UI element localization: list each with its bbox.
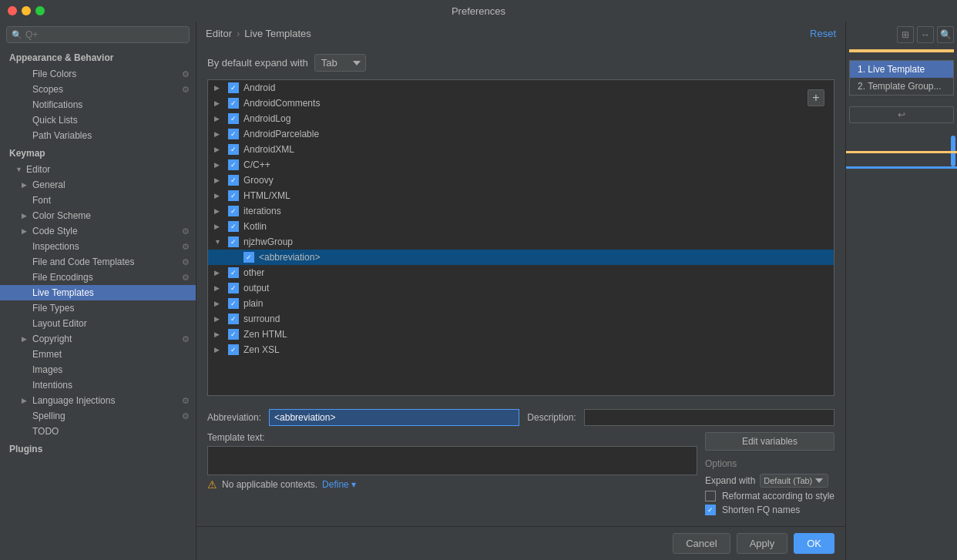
checkbox-androidcomments[interactable]: ✓ [228,98,239,109]
checkbox-output[interactable]: ✓ [228,283,239,293]
sidebar-item-file-code-templates[interactable]: File and Code Templates ⚙ [0,254,196,270]
checkbox-cpp[interactable]: ✓ [228,159,239,170]
shorten-checkbox[interactable]: ✓ [705,505,716,515]
group-cpp[interactable]: ▶ ✓ C/C++ [208,157,834,173]
sidebar-item-quick-lists[interactable]: Quick Lists [0,112,196,128]
main-layout: 🔍 Appearance & Behavior File Colors ⚙ Sc… [0,22,957,560]
sidebar-item-path-variables[interactable]: Path Variables [0,128,196,143]
checkbox-surround[interactable]: ✓ [228,314,239,324]
group-androidcomments[interactable]: ▶ ✓ AndroidComments [208,96,834,111]
highlight-bar-1 [846,151,957,153]
sidebar-label: Language Injections [32,395,115,406]
group-android[interactable]: ▶ ✓ Android [208,80,834,96]
group-zenhtml[interactable]: ▶ ✓ Zen HTML [208,327,834,342]
expand-with-option-label: Expand with [705,475,755,486]
apply-button[interactable]: Apply [737,533,788,554]
checkbox-zenhtml[interactable]: ✓ [228,329,239,340]
group-name: Zen XSL [243,344,280,355]
group-kotlin[interactable]: ▶ ✓ Kotlin [208,219,834,234]
sidebar-item-inspections[interactable]: Inspections ⚙ [0,239,196,254]
sidebar-item-copyright[interactable]: ▶ Copyright ⚙ [0,331,196,347]
shorten-row: ✓ Shorten FQ names [705,505,834,515]
checkbox-htmlxml[interactable]: ✓ [228,190,239,201]
group-androidlog[interactable]: ▶ ✓ AndroidLog [208,111,834,126]
reformat-checkbox[interactable] [705,491,716,501]
checkbox-other[interactable]: ✓ [228,267,239,278]
sidebar-item-live-templates[interactable]: Live Templates [0,285,196,300]
popup-item-template-group[interactable]: 2. Template Group... [850,78,953,95]
sidebar-item-language-injections[interactable]: ▶ Language Injections ⚙ [0,393,196,408]
checkbox-androidlog[interactable]: ✓ [228,113,239,124]
sidebar-item-scopes[interactable]: Scopes ⚙ [0,82,196,97]
group-njzhwgroup[interactable]: ▼ ✓ njzhwGroup [208,234,834,250]
group-plain[interactable]: ▶ ✓ plain [208,296,834,311]
checkbox-groovy[interactable]: ✓ [228,175,239,186]
group-iterations[interactable]: ▶ ✓ iterations [208,203,834,219]
group-name: other [243,267,264,278]
description-input[interactable] [584,409,834,426]
checkbox-njzhwgroup[interactable]: ✓ [228,236,239,247]
sidebar-label: Font [32,195,51,206]
checkbox-androidparcelable[interactable]: ✓ [228,129,239,139]
expand-with-select[interactable]: Tab Enter Space [314,54,366,72]
add-btn-icon[interactable]: + [808,89,824,106]
sidebar-item-file-colors[interactable]: File Colors ⚙ [0,66,196,82]
icon-btn-2[interactable]: ↔ [917,26,934,43]
sidebar-item-emmet[interactable]: Emmet [0,347,196,362]
sidebar-item-images[interactable]: Images [0,362,196,377]
sidebar-item-editor[interactable]: ▼ Editor [0,162,196,177]
checkbox-kotlin[interactable]: ✓ [228,221,239,232]
settings-icon: ⚙ [182,411,190,421]
search-toolbar-icon-btn[interactable]: 🔍 [937,26,954,43]
maximize-button[interactable] [35,6,45,15]
group-surround[interactable]: ▶ ✓ surround [208,311,834,327]
sidebar-label: Intentions [32,380,72,391]
sidebar-item-layout-editor[interactable]: Layout Editor [0,316,196,331]
search-box[interactable]: 🔍 [6,26,190,43]
minimize-button[interactable] [22,6,31,15]
checkbox-androidxml[interactable]: ✓ [228,144,239,155]
close-button[interactable] [8,6,17,15]
sidebar-item-intentions[interactable]: Intentions [0,377,196,393]
checkbox-iterations[interactable]: ✓ [228,206,239,216]
cancel-button[interactable]: Cancel [673,533,730,554]
reset-button[interactable]: Reset [810,28,836,39]
sidebar-item-spelling[interactable]: Spelling ⚙ [0,408,196,424]
sidebar-item-code-style[interactable]: ▶ Code Style ⚙ [0,223,196,239]
group-androidxml[interactable]: ▶ ✓ AndroidXML [208,142,834,157]
template-textarea[interactable] [207,446,697,475]
group-other[interactable]: ▶ ✓ other [208,265,834,280]
search-input[interactable] [25,29,184,40]
group-zenxsl[interactable]: ▶ ✓ Zen XSL [208,342,834,357]
sidebar-item-file-encodings[interactable]: File Encodings ⚙ [0,270,196,285]
checkbox-abbreviation[interactable]: ✓ [243,252,254,263]
checkbox-android[interactable]: ✓ [228,82,239,93]
abbreviation-input[interactable] [269,409,519,426]
define-link[interactable]: Define ▾ [322,479,356,490]
collapse-arrow-icon: ▶ [214,130,223,138]
group-htmlxml[interactable]: ▶ ✓ HTML/XML [208,188,834,203]
settings-icon: ⚙ [182,226,190,236]
undo-button[interactable]: ↩ [849,106,954,123]
sidebar-item-file-types[interactable]: File Types [0,300,196,316]
template-abbreviation[interactable]: ✓ <abbreviation> [208,250,834,265]
edit-variables-button[interactable]: Edit variables [705,432,834,451]
sidebar-item-general[interactable]: ▶ General [0,177,196,193]
sidebar-item-notifications[interactable]: Notifications [0,97,196,112]
color-bar-yellow [849,49,954,52]
sidebar-item-font[interactable]: Font [0,193,196,208]
group-output[interactable]: ▶ ✓ output [208,280,834,296]
sidebar-item-color-scheme[interactable]: ▶ Color Scheme [0,208,196,223]
group-androidparcelable[interactable]: ▶ ✓ AndroidParcelable [208,126,834,142]
icon-btn-1[interactable]: ⊞ [897,26,914,43]
collapse-arrow-icon: ▶ [214,223,223,230]
sidebar-item-todo[interactable]: TODO [0,424,196,439]
checkbox-plain[interactable]: ✓ [228,298,239,309]
list-scroll-container[interactable]: ▶ ✓ Android ▶ ✓ AndroidComments ▶ ✓ Andr… [208,80,834,395]
group-groovy[interactable]: ▶ ✓ Groovy [208,173,834,188]
checkbox-zenxsl[interactable]: ✓ [228,344,239,355]
popup-item-live-template[interactable]: 1. Live Template [850,61,953,78]
expand-with-option-select[interactable]: Default (Tab) Tab Enter Space [760,474,828,488]
group-name: HTML/XML [243,190,290,201]
ok-button[interactable]: OK [794,533,834,554]
